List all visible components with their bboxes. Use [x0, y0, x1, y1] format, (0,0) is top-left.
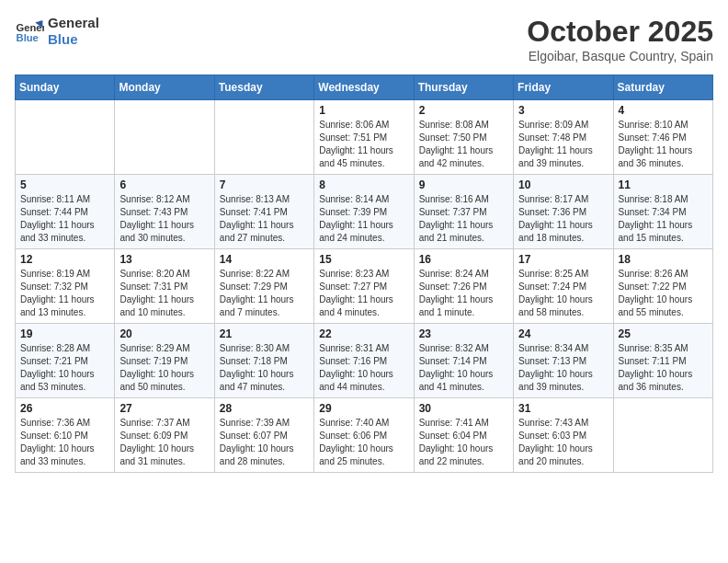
- calendar-cell: 13Sunrise: 8:20 AM Sunset: 7:31 PM Dayli…: [115, 249, 214, 324]
- calendar-cell: 29Sunrise: 7:40 AM Sunset: 6:06 PM Dayli…: [314, 398, 414, 473]
- day-number: 26: [20, 402, 109, 415]
- calendar-cell: [115, 100, 214, 175]
- day-info: Sunrise: 8:26 AM Sunset: 7:22 PM Dayligh…: [619, 268, 708, 319]
- calendar-week-2: 5Sunrise: 8:11 AM Sunset: 7:44 PM Daylig…: [16, 175, 713, 249]
- weekday-header-wednesday: Wednesday: [314, 75, 414, 100]
- day-info: Sunrise: 8:16 AM Sunset: 7:37 PM Dayligh…: [419, 193, 508, 245]
- day-info: Sunrise: 7:36 AM Sunset: 6:10 PM Dayligh…: [20, 417, 109, 468]
- day-number: 3: [518, 104, 608, 117]
- weekday-header-sunday: Sunday: [16, 75, 115, 100]
- calendar-cell: 18Sunrise: 8:26 AM Sunset: 7:22 PM Dayli…: [613, 249, 712, 324]
- day-info: Sunrise: 8:35 AM Sunset: 7:11 PM Dayligh…: [619, 342, 708, 394]
- calendar-cell: 27Sunrise: 7:37 AM Sunset: 6:09 PM Dayli…: [115, 398, 214, 473]
- weekday-header-row: SundayMondayTuesdayWednesdayThursdayFrid…: [16, 75, 713, 100]
- day-info: Sunrise: 7:37 AM Sunset: 6:09 PM Dayligh…: [119, 417, 209, 468]
- calendar-cell: 28Sunrise: 7:39 AM Sunset: 6:07 PM Dayli…: [214, 398, 313, 473]
- day-number: 15: [319, 253, 408, 266]
- weekday-header-saturday: Saturday: [613, 75, 712, 100]
- day-number: 8: [319, 178, 408, 191]
- calendar-cell: 25Sunrise: 8:35 AM Sunset: 7:11 PM Dayli…: [613, 324, 712, 398]
- calendar-week-3: 12Sunrise: 8:19 AM Sunset: 7:32 PM Dayli…: [16, 249, 713, 324]
- day-number: 19: [20, 327, 109, 340]
- day-number: 11: [619, 178, 708, 191]
- calendar-week-4: 19Sunrise: 8:28 AM Sunset: 7:21 PM Dayli…: [16, 324, 713, 398]
- calendar-cell: 2Sunrise: 8:08 AM Sunset: 7:50 PM Daylig…: [414, 100, 513, 175]
- calendar-cell: 4Sunrise: 8:10 AM Sunset: 7:46 PM Daylig…: [613, 100, 712, 175]
- calendar-cell: 10Sunrise: 8:17 AM Sunset: 7:36 PM Dayli…: [514, 175, 613, 249]
- location-subtitle: Elgoibar, Basque Country, Spain: [527, 49, 713, 63]
- day-info: Sunrise: 8:34 AM Sunset: 7:13 PM Dayligh…: [518, 342, 608, 394]
- day-number: 17: [518, 253, 608, 266]
- day-info: Sunrise: 8:28 AM Sunset: 7:21 PM Dayligh…: [20, 342, 109, 394]
- day-info: Sunrise: 8:22 AM Sunset: 7:29 PM Dayligh…: [220, 268, 309, 319]
- day-info: Sunrise: 8:20 AM Sunset: 7:31 PM Dayligh…: [119, 268, 209, 319]
- calendar-cell: 21Sunrise: 8:30 AM Sunset: 7:18 PM Dayli…: [214, 324, 313, 398]
- day-number: 6: [119, 178, 209, 191]
- day-info: Sunrise: 8:06 AM Sunset: 7:51 PM Dayligh…: [319, 119, 408, 170]
- day-info: Sunrise: 8:17 AM Sunset: 7:36 PM Dayligh…: [518, 193, 608, 245]
- day-info: Sunrise: 8:31 AM Sunset: 7:16 PM Dayligh…: [319, 342, 408, 394]
- logo-general: General: [48, 15, 99, 31]
- weekday-header-tuesday: Tuesday: [214, 75, 313, 100]
- calendar-cell: 31Sunrise: 7:43 AM Sunset: 6:03 PM Dayli…: [514, 398, 613, 473]
- day-info: Sunrise: 8:29 AM Sunset: 7:19 PM Dayligh…: [119, 342, 209, 394]
- day-number: 23: [419, 327, 508, 340]
- day-info: Sunrise: 7:43 AM Sunset: 6:03 PM Dayligh…: [518, 417, 608, 468]
- calendar-table: SundayMondayTuesdayWednesdayThursdayFrid…: [15, 75, 713, 473]
- calendar-cell: 14Sunrise: 8:22 AM Sunset: 7:29 PM Dayli…: [214, 249, 313, 324]
- calendar-cell: [16, 100, 115, 175]
- calendar-cell: 15Sunrise: 8:23 AM Sunset: 7:27 PM Dayli…: [314, 249, 414, 324]
- calendar-week-1: 1Sunrise: 8:06 AM Sunset: 7:51 PM Daylig…: [16, 100, 713, 175]
- calendar-cell: 30Sunrise: 7:41 AM Sunset: 6:04 PM Dayli…: [414, 398, 513, 473]
- day-number: 30: [419, 402, 508, 415]
- day-number: 9: [419, 178, 508, 191]
- day-number: 25: [619, 327, 708, 340]
- day-number: 31: [518, 402, 608, 415]
- day-number: 7: [220, 178, 309, 191]
- svg-text:Blue: Blue: [17, 32, 39, 43]
- day-info: Sunrise: 7:39 AM Sunset: 6:07 PM Dayligh…: [220, 417, 309, 468]
- day-number: 10: [518, 178, 608, 191]
- day-info: Sunrise: 8:30 AM Sunset: 7:18 PM Dayligh…: [220, 342, 309, 394]
- day-number: 14: [220, 253, 309, 266]
- title-block: October 2025 Elgoibar, Basque Country, S…: [527, 15, 713, 63]
- calendar-cell: 7Sunrise: 8:13 AM Sunset: 7:41 PM Daylig…: [214, 175, 313, 249]
- calendar-cell: 23Sunrise: 8:32 AM Sunset: 7:14 PM Dayli…: [414, 324, 513, 398]
- day-number: 27: [119, 402, 209, 415]
- weekday-header-friday: Friday: [514, 75, 613, 100]
- day-number: 2: [419, 104, 508, 117]
- weekday-header-thursday: Thursday: [414, 75, 513, 100]
- day-info: Sunrise: 8:12 AM Sunset: 7:43 PM Dayligh…: [119, 193, 209, 245]
- calendar-cell: 24Sunrise: 8:34 AM Sunset: 7:13 PM Dayli…: [514, 324, 613, 398]
- page-header: General Blue General Blue October 2025 E…: [15, 15, 713, 63]
- calendar-cell: 11Sunrise: 8:18 AM Sunset: 7:34 PM Dayli…: [613, 175, 712, 249]
- day-number: 21: [220, 327, 309, 340]
- day-info: Sunrise: 7:40 AM Sunset: 6:06 PM Dayligh…: [319, 417, 408, 468]
- day-info: Sunrise: 8:18 AM Sunset: 7:34 PM Dayligh…: [619, 193, 708, 245]
- day-info: Sunrise: 8:25 AM Sunset: 7:24 PM Dayligh…: [518, 268, 608, 319]
- calendar-cell: 19Sunrise: 8:28 AM Sunset: 7:21 PM Dayli…: [16, 324, 115, 398]
- day-number: 24: [518, 327, 608, 340]
- calendar-cell: 20Sunrise: 8:29 AM Sunset: 7:19 PM Dayli…: [115, 324, 214, 398]
- day-info: Sunrise: 8:13 AM Sunset: 7:41 PM Dayligh…: [220, 193, 309, 245]
- day-info: Sunrise: 7:41 AM Sunset: 6:04 PM Dayligh…: [419, 417, 508, 468]
- calendar-cell: 16Sunrise: 8:24 AM Sunset: 7:26 PM Dayli…: [414, 249, 513, 324]
- day-number: 20: [119, 327, 209, 340]
- day-number: 13: [119, 253, 209, 266]
- month-title: October 2025: [527, 15, 713, 49]
- day-number: 18: [619, 253, 708, 266]
- calendar-cell: 22Sunrise: 8:31 AM Sunset: 7:16 PM Dayli…: [314, 324, 414, 398]
- logo: General Blue General Blue: [15, 15, 99, 48]
- day-info: Sunrise: 8:11 AM Sunset: 7:44 PM Dayligh…: [20, 193, 109, 245]
- day-number: 4: [619, 104, 708, 117]
- calendar-cell: 5Sunrise: 8:11 AM Sunset: 7:44 PM Daylig…: [16, 175, 115, 249]
- day-info: Sunrise: 8:14 AM Sunset: 7:39 PM Dayligh…: [319, 193, 408, 245]
- calendar-cell: 6Sunrise: 8:12 AM Sunset: 7:43 PM Daylig…: [115, 175, 214, 249]
- day-number: 22: [319, 327, 408, 340]
- day-number: 5: [20, 178, 109, 191]
- calendar-cell: 12Sunrise: 8:19 AM Sunset: 7:32 PM Dayli…: [16, 249, 115, 324]
- calendar-cell: 8Sunrise: 8:14 AM Sunset: 7:39 PM Daylig…: [314, 175, 414, 249]
- day-number: 28: [220, 402, 309, 415]
- day-number: 16: [419, 253, 508, 266]
- calendar-cell: 17Sunrise: 8:25 AM Sunset: 7:24 PM Dayli…: [514, 249, 613, 324]
